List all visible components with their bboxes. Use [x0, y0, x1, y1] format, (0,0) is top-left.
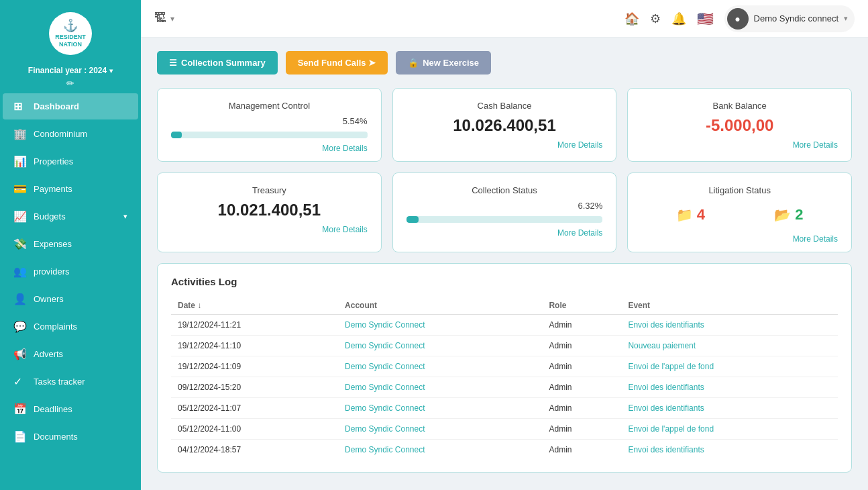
user-badge[interactable]: ● Demo Syndic connect ▾	[724, 5, 855, 32]
sidebar-item-label: Condominium	[34, 129, 87, 139]
notification-icon[interactable]: 🔔	[671, 11, 686, 26]
sidebar-item-label: Complaints	[34, 322, 77, 332]
sidebar-item-condominium[interactable]: 🏢 Condominium	[3, 121, 138, 147]
cell-event: Envoi de l'appel de fond	[621, 419, 838, 440]
logo-text: ⚓ RESIDENT NATION	[55, 19, 86, 48]
treasury-more[interactable]: More Details	[171, 225, 368, 234]
col-event: Event	[621, 297, 838, 315]
adverts-icon: 📢	[13, 348, 27, 360]
sidebar-item-label: Payments	[34, 184, 72, 194]
topbar-dropdown-icon[interactable]: ▾	[170, 14, 174, 23]
sidebar-item-label: Documents	[34, 432, 78, 442]
cell-date: 09/12/2024-15:20	[171, 377, 338, 398]
gear-icon[interactable]: ⚙	[650, 11, 661, 26]
sidebar-item-complaints[interactable]: 💬 Complaints	[3, 313, 138, 340]
folder-red-icon: 📁	[676, 207, 693, 223]
documents-icon: 📄	[13, 430, 27, 443]
activities-table: Date ↓ Account Role Event 19/12/2024-11:…	[171, 297, 838, 460]
sidebar-item-expenses[interactable]: 💸 Expenses	[3, 231, 138, 257]
litigation-more[interactable]: More Details	[641, 234, 838, 244]
sidebar-item-owners[interactable]: 👤 Owners	[3, 286, 138, 312]
litigation-green-count: 2	[795, 206, 803, 224]
collection-status-more[interactable]: More Details	[406, 228, 603, 238]
building-icon: 🏗	[154, 11, 166, 26]
cell-event: Envoi de l'appel de fond	[621, 356, 838, 377]
list-icon: ☰	[169, 58, 177, 68]
send-fund-calls-button[interactable]: Send Fund Calls ➤	[286, 51, 388, 75]
sidebar-item-dashboard[interactable]: ⊞ Dashboard	[3, 93, 138, 119]
sidebar-nav: ⊞ Dashboard 🏢 Condominium 📊 Properties 💳…	[0, 93, 141, 450]
litigation-red-item: 📁 4	[676, 206, 705, 224]
bank-balance-more[interactable]: More Details	[641, 140, 838, 150]
cell-account: Demo Syndic Connect	[338, 377, 542, 398]
action-bar: ☰ Collection Summary Send Fund Calls ➤ 🔒…	[157, 51, 852, 75]
sidebar-item-label: Budgets	[34, 211, 66, 222]
cell-role: Admin	[542, 336, 621, 356]
sidebar-item-budgets[interactable]: 📈 Budgets ▾	[3, 203, 138, 230]
cash-balance-more[interactable]: More Details	[406, 140, 603, 150]
bank-balance-title: Bank Balance	[641, 101, 838, 111]
collection-summary-button[interactable]: ☰ Collection Summary	[157, 51, 278, 75]
activities-table-header: Date ↓ Account Role Event	[171, 297, 838, 315]
sort-icon: ↓	[197, 301, 201, 310]
folder-green-icon: 📂	[774, 207, 791, 223]
col-account: Account	[338, 297, 542, 315]
sidebar-item-label: Adverts	[34, 349, 63, 359]
sidebar: ⚓ RESIDENT NATION Financial year : 2024 …	[0, 0, 141, 490]
sidebar-item-deadlines[interactable]: 📅 Deadlines	[3, 396, 138, 422]
cell-event: Nouveau paiement	[621, 336, 838, 356]
management-control-title: Management Control	[171, 101, 368, 111]
management-control-more[interactable]: More Details	[171, 144, 368, 153]
table-row: 05/12/2024-11:00 Demo Syndic Connect Adm…	[171, 419, 838, 440]
deadlines-icon: 📅	[13, 403, 27, 415]
sidebar-item-label: Tasks tracker	[34, 377, 85, 387]
litigation-status-title: Litigation Status	[641, 185, 838, 195]
main-content: 🏗 ▾ 🏠 ⚙ 🔔 🇺🇸 ● Demo Syndic connect ▾ ☰ C…	[141, 0, 868, 490]
sidebar-item-payments[interactable]: 💳 Payments	[3, 176, 138, 202]
lock-icon: 🔒	[408, 58, 419, 68]
table-row: 19/12/2024-11:09 Demo Syndic Connect Adm…	[171, 356, 838, 377]
col-role: Role	[542, 297, 621, 315]
treasury-value: 10.021.400,51	[171, 201, 368, 219]
language-flag-icon[interactable]: 🇺🇸	[697, 11, 714, 27]
sidebar-item-label: Properties	[34, 156, 73, 166]
collection-status-progress	[406, 216, 603, 223]
financial-year-selector[interactable]: Financial year : 2024 ▾	[0, 62, 141, 78]
col-date[interactable]: Date ↓	[171, 297, 338, 315]
treasury-title: Treasury	[171, 185, 368, 195]
chevron-down-icon: ▾	[109, 67, 113, 75]
cell-event: Envoi des identifiants	[621, 398, 838, 419]
financial-year-label: Financial year : 2024	[28, 66, 107, 75]
new-exercise-button[interactable]: 🔒 New Exercise	[396, 51, 491, 75]
cell-account: Demo Syndic Connect	[338, 315, 542, 336]
table-row: 19/12/2024-11:10 Demo Syndic Connect Adm…	[171, 336, 838, 356]
sidebar-item-providers[interactable]: 👥 providers	[3, 258, 138, 285]
table-row: 09/12/2024-15:20 Demo Syndic Connect Adm…	[171, 377, 838, 398]
logo-circle: ⚓ RESIDENT NATION	[49, 12, 92, 55]
cell-account: Demo Syndic Connect	[338, 398, 542, 419]
topbar-left: 🏗 ▾	[154, 11, 174, 26]
sidebar-item-properties[interactable]: 📊 Properties	[3, 148, 138, 175]
cell-date: 04/12/2024-18:57	[171, 440, 338, 460]
cell-account: Demo Syndic Connect	[338, 440, 542, 460]
chevron-down-icon: ▾	[123, 212, 127, 221]
collection-status-fill	[406, 216, 419, 223]
home-icon[interactable]: 🏠	[625, 11, 639, 26]
sidebar-item-tasks[interactable]: ✓ Tasks tracker	[3, 369, 138, 395]
edit-icon[interactable]: ✏	[0, 78, 141, 93]
cell-date: 19/12/2024-11:10	[171, 336, 338, 356]
management-control-progress	[171, 132, 368, 138]
cell-event: Envoi des identifiants	[621, 440, 838, 460]
properties-icon: 📊	[13, 155, 27, 168]
budgets-icon: 📈	[13, 210, 27, 223]
sidebar-item-documents[interactable]: 📄 Documents	[3, 424, 138, 450]
sidebar-item-label: Deadlines	[34, 404, 72, 414]
cards-row-2: Treasury 10.021.400,51 More Details Coll…	[157, 173, 852, 252]
user-dropdown-icon: ▾	[844, 14, 848, 23]
table-row: 04/12/2024-18:57 Demo Syndic Connect Adm…	[171, 440, 838, 460]
management-control-card: Management Control 5.54% More Details	[157, 88, 382, 162]
page-content: ☰ Collection Summary Send Fund Calls ➤ 🔒…	[141, 38, 868, 490]
sidebar-item-adverts[interactable]: 📢 Adverts	[3, 341, 138, 367]
cell-account: Demo Syndic Connect	[338, 336, 542, 356]
cell-account: Demo Syndic Connect	[338, 419, 542, 440]
